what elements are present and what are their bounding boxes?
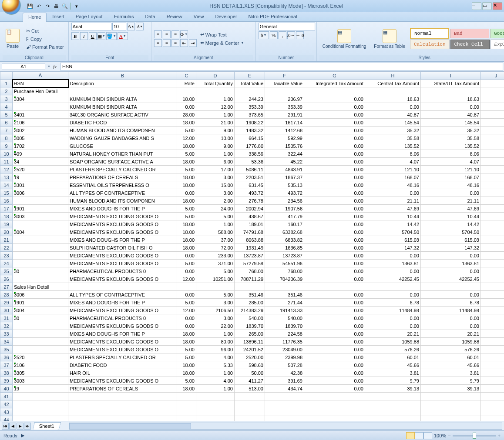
cell[interactable]: 8.06: [365, 150, 421, 158]
cell[interactable]: [177, 408, 196, 416]
namebox-dropdown-icon[interactable]: ▼: [47, 65, 50, 68]
column-header[interactable]: A: [13, 72, 68, 80]
cell[interactable]: [13, 220, 68, 228]
style-explanatory[interactable]: Explanat: [491, 40, 504, 49]
row-header[interactable]: 32: [0, 322, 13, 330]
cell[interactable]: 0.00: [365, 314, 421, 322]
cell[interactable]: 0.00: [304, 134, 365, 142]
cell[interactable]: 21.11: [365, 197, 421, 205]
cell[interactable]: 189.01: [235, 220, 265, 228]
format-as-table-button[interactable]: ▦ Format as Table: [371, 27, 408, 51]
cell[interactable]: 54551.96: [265, 260, 304, 267]
cell[interactable]: 3006: [13, 189, 68, 197]
cell[interactable]: HSN: [13, 80, 68, 87]
cell[interactable]: 19: [13, 385, 68, 393]
cell[interactable]: 0.00: [304, 346, 365, 353]
fx-icon[interactable]: fx: [50, 64, 59, 69]
cell[interactable]: 121.10: [421, 166, 481, 173]
cell[interactable]: 1908.22: [235, 119, 265, 127]
cell[interactable]: 615.03: [365, 236, 421, 244]
cell[interactable]: [481, 205, 504, 213]
cell[interactable]: 0.00: [304, 299, 365, 307]
cell[interactable]: 21.11: [421, 197, 481, 205]
cell[interactable]: [13, 330, 68, 338]
comma-button[interactable]: ,: [279, 31, 286, 39]
cell[interactable]: 145.54: [421, 119, 481, 127]
cell[interactable]: [481, 80, 504, 87]
cell[interactable]: MEDICAMENTS EXCLUDING GOODS O: [68, 213, 177, 220]
row-header[interactable]: 3: [0, 95, 13, 103]
style-check-cell[interactable]: Check Cell: [450, 40, 490, 49]
cell[interactable]: [304, 416, 365, 421]
cell[interactable]: 11484.98: [421, 307, 481, 314]
column-header[interactable]: C: [177, 72, 196, 80]
cell[interactable]: 0.00: [304, 260, 365, 267]
cell[interactable]: 1412.68: [265, 127, 304, 134]
cell[interactable]: 24.00: [196, 205, 235, 213]
cell[interactable]: Purchase Hsn Detail: [13, 87, 68, 95]
cell[interactable]: 265.00: [235, 330, 265, 338]
row-header[interactable]: 33: [0, 330, 13, 338]
cell[interactable]: [481, 220, 504, 228]
column-header[interactable]: F: [265, 72, 304, 80]
cell[interactable]: 6.78: [365, 299, 421, 307]
cell[interactable]: [481, 236, 504, 244]
align-bottom-button[interactable]: ≡: [171, 30, 179, 38]
cell[interactable]: [481, 377, 504, 385]
cell[interactable]: 45.22: [265, 158, 304, 166]
cell[interactable]: [421, 283, 481, 291]
cell[interactable]: 0.00: [304, 307, 365, 314]
cell[interactable]: [13, 103, 68, 111]
cell[interactable]: ESSENTIAL OILS TERPENELESS O: [68, 181, 177, 189]
cell[interactable]: 5.00: [177, 346, 196, 353]
style-bad[interactable]: Bad: [450, 29, 489, 38]
cell[interactable]: PHARMACEUTICAL PRODUCTS 0: [68, 314, 177, 322]
cell[interactable]: 0.00: [304, 353, 365, 361]
cell[interactable]: 0.00: [421, 291, 481, 299]
cell[interactable]: [265, 416, 304, 421]
cell[interactable]: 391.69: [265, 377, 304, 385]
cell[interactable]: MEDICAMENTS EXCLUDING GOODS O: [68, 346, 177, 353]
cell[interactable]: 147.32: [365, 244, 421, 252]
decrease-decimal-button[interactable]: ←.0: [296, 31, 304, 39]
cell[interactable]: [196, 408, 235, 416]
cell[interactable]: MIXES AND DOUGHS FOR THE P: [68, 205, 177, 213]
cell[interactable]: [13, 236, 68, 244]
cell[interactable]: 50.00: [235, 369, 265, 377]
row-header[interactable]: 4: [0, 103, 13, 111]
row-header[interactable]: 1: [0, 80, 13, 87]
cell[interactable]: [481, 416, 504, 421]
column-header[interactable]: G: [304, 72, 365, 80]
cell[interactable]: 540.00: [235, 314, 265, 322]
row-header[interactable]: 7: [0, 127, 13, 134]
cell[interactable]: 2002.94: [235, 205, 265, 213]
cell[interactable]: 18.00: [177, 197, 196, 205]
next-sheet-button[interactable]: ▶: [17, 423, 24, 430]
row-header[interactable]: 22: [0, 244, 13, 252]
cell[interactable]: 0.00: [177, 322, 196, 330]
row-header[interactable]: 17: [0, 205, 13, 213]
row-header[interactable]: 44: [0, 416, 13, 421]
cell[interactable]: 72.00: [196, 244, 235, 252]
cell[interactable]: 0.00: [304, 228, 365, 236]
cell[interactable]: [421, 408, 481, 416]
cell[interactable]: MIXES AND DOUGHS FOR THE P: [68, 236, 177, 244]
sheet-tab[interactable]: Sheet1: [33, 422, 61, 430]
cell[interactable]: 588.00: [196, 228, 235, 236]
align-top-button[interactable]: ≡: [154, 30, 162, 38]
cell[interactable]: 18.00: [177, 330, 196, 338]
cell[interactable]: [196, 400, 235, 408]
cell[interactable]: 3305: [13, 369, 68, 377]
align-left-button[interactable]: ≡: [154, 39, 162, 47]
font-size-combo[interactable]: [112, 23, 126, 30]
column-header[interactable]: I: [421, 72, 481, 80]
cell[interactable]: [304, 283, 365, 291]
cell[interactable]: 168.07: [365, 173, 421, 181]
cell[interactable]: 18.00: [177, 119, 196, 127]
cell[interactable]: 5.00: [196, 213, 235, 220]
cell[interactable]: 4.07: [365, 158, 421, 166]
row-header[interactable]: 19: [0, 220, 13, 228]
row-header[interactable]: 21: [0, 236, 13, 244]
cell[interactable]: 18.00: [177, 158, 196, 166]
cell[interactable]: ALL TYPES OF CONTRACEPTIVE: [68, 189, 177, 197]
